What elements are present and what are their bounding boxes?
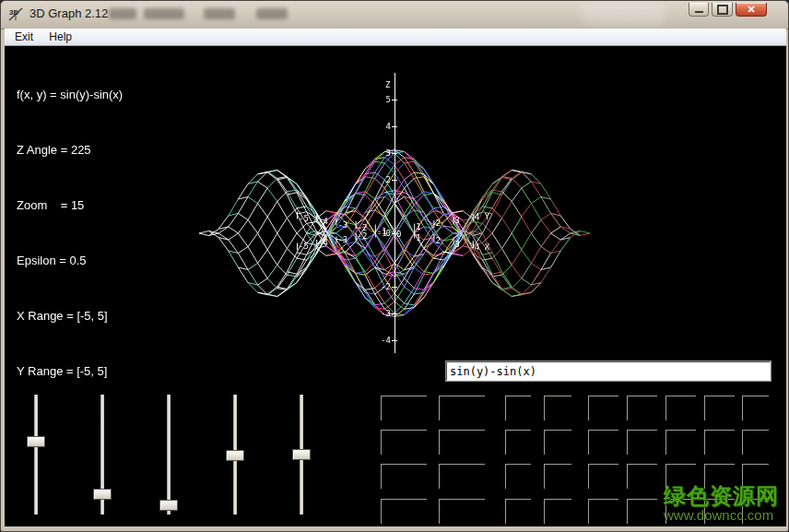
- maximize-icon: [717, 5, 728, 15]
- keypad-button-r4-c6[interactable]: [627, 499, 657, 524]
- watermark-site-url: www.downcc.com: [664, 508, 779, 523]
- menu-item-help[interactable]: Help: [42, 29, 78, 45]
- keypad-button-r3-c3[interactable]: [505, 464, 531, 489]
- keypad-button-r3-c1[interactable]: [381, 464, 427, 489]
- keypad-button-r2-c6[interactable]: [627, 430, 657, 455]
- keypad-button-r3-c6[interactable]: [627, 464, 657, 489]
- window-title: 3D Graph 2.12: [29, 6, 108, 20]
- slider-track[interactable]: [167, 395, 171, 514]
- slider-thumb[interactable]: [27, 436, 45, 447]
- watermark-site-name: 绿色资源网: [664, 484, 779, 508]
- slider-5[interactable]: [292, 395, 311, 514]
- minimize-icon: [695, 11, 703, 13]
- keypad-button-r2-c7[interactable]: [665, 430, 696, 455]
- app-icon: 3D: [7, 6, 26, 22]
- keypad-button-r4-c4[interactable]: [544, 499, 571, 524]
- slider-track[interactable]: [34, 395, 38, 514]
- info-line-epsilon: Epsilon = 0.5: [17, 252, 123, 270]
- info-line-y-range: Y Range = [-5, 5]: [17, 362, 123, 381]
- keypad-button-r2-c9[interactable]: [742, 430, 769, 455]
- titlebar-ghost-artifact: [256, 8, 288, 19]
- menu-item-exit[interactable]: Exit: [8, 29, 40, 45]
- keypad-button-r1-c5[interactable]: [588, 396, 618, 420]
- keypad-button-r4-c1[interactable]: [381, 499, 427, 524]
- slider-3[interactable]: [159, 395, 178, 514]
- watermark: 绿色资源网 www.downcc.com: [664, 484, 779, 523]
- slider-thumb[interactable]: [226, 450, 244, 461]
- keypad-button-r1-c9[interactable]: [742, 396, 769, 420]
- formula-input[interactable]: [446, 361, 771, 381]
- keypad-button-r3-c4[interactable]: [544, 464, 571, 489]
- info-line-zoom: Zoom = 15: [17, 196, 123, 215]
- titlebar-ghost-artifact: [144, 8, 184, 19]
- slider-1[interactable]: [27, 395, 45, 514]
- info-line-z-angle: Z Angle = 225: [17, 141, 123, 160]
- close-button[interactable]: ✕: [736, 3, 767, 17]
- titlebar-ghost-artifact: [204, 8, 235, 19]
- keypad-button-r2-c4[interactable]: [544, 430, 571, 455]
- keypad-button-r1-c7[interactable]: [665, 396, 696, 420]
- keypad-button-r2-c1[interactable]: [381, 430, 427, 455]
- keypad-button-r1-c2[interactable]: [439, 396, 485, 420]
- keypad-button-r2-c8[interactable]: [704, 430, 735, 455]
- minimize-button[interactable]: [689, 3, 709, 17]
- menubar: Exit Help: [5, 29, 786, 46]
- keypad-button-r1-c6[interactable]: [627, 396, 657, 420]
- slider-thumb[interactable]: [292, 449, 311, 460]
- keypad-button-r1-c1[interactable]: [381, 396, 427, 420]
- keypad-button-r1-c4[interactable]: [544, 396, 571, 420]
- titlebar-ghost-artifact: [109, 8, 136, 19]
- info-line-function: f(x, y) = sin(y)-sin(x): [17, 86, 123, 104]
- keypad-button-r2-c5[interactable]: [588, 430, 618, 455]
- keypad-button-r4-c3[interactable]: [505, 499, 531, 524]
- info-panel: f(x, y) = sin(y)-sin(x) Z Angle = 225 Zo…: [17, 49, 123, 418]
- slider-thumb[interactable]: [93, 489, 112, 500]
- info-line-x-range: X Range = [-5, 5]: [17, 307, 123, 325]
- maximize-button[interactable]: [712, 3, 733, 17]
- keypad-button-r1-c8[interactable]: [704, 396, 735, 420]
- keypad-button-r3-c2[interactable]: [439, 464, 485, 489]
- client-area: f(x, y) = sin(y)-sin(x) Z Angle = 225 Zo…: [5, 46, 786, 526]
- slider-thumb[interactable]: [159, 500, 178, 511]
- keypad-button-r4-c5[interactable]: [588, 499, 618, 524]
- keypad-button-r3-c5[interactable]: [588, 464, 618, 489]
- close-icon: ✕: [747, 4, 755, 16]
- slider-4[interactable]: [226, 395, 244, 514]
- titlebar-ghost-artifact: [582, 2, 665, 26]
- keypad-button-r2-c2[interactable]: [439, 430, 485, 455]
- keypad-button-r2-c3[interactable]: [505, 430, 531, 455]
- keypad-button-r4-c2[interactable]: [439, 499, 485, 524]
- keypad-button-r1-c3[interactable]: [505, 396, 531, 420]
- svg-text:3D: 3D: [9, 8, 18, 17]
- slider-2[interactable]: [93, 395, 112, 514]
- titlebar: 3D 3D Graph 2.12 ✕: [1, 1, 788, 30]
- app-window: 3D 3D Graph 2.12 ✕ Exit Help f(x, y) = s…: [0, 0, 789, 532]
